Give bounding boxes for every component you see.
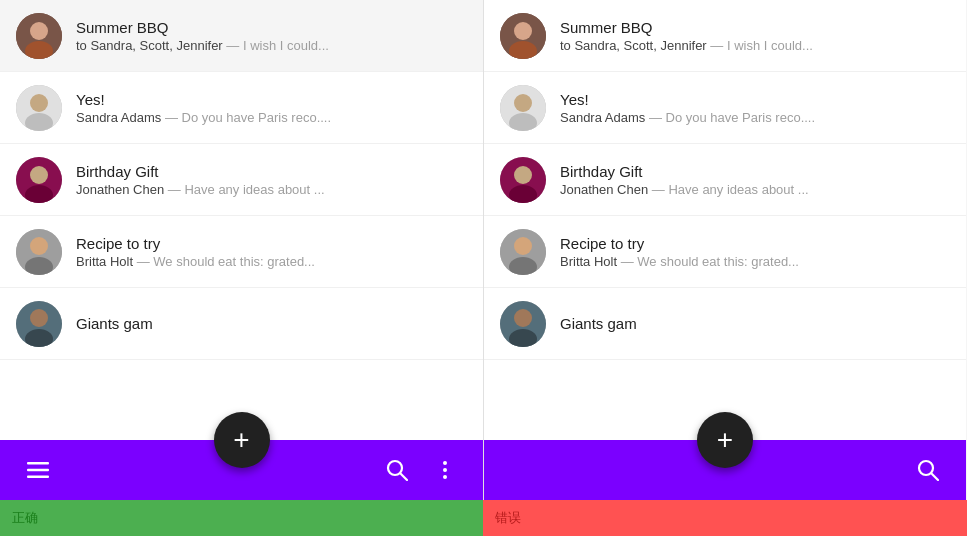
email-item-summer-bbq-right[interactable]: Summer BBQ to Sandra, Scott, Jennifer — … bbox=[484, 0, 966, 72]
email-content-birthday-right: Birthday Gift Jonathen Chen — Have any i… bbox=[560, 163, 950, 197]
email-meta-birthday-right: Jonathen Chen — Have any ideas about ... bbox=[560, 182, 950, 197]
email-preview-recipe-left: — We should eat this: grated... bbox=[137, 254, 315, 269]
email-item-yes-right[interactable]: Yes! Sandra Adams — Do you have Paris re… bbox=[484, 72, 966, 144]
svg-point-13 bbox=[30, 309, 48, 327]
avatar-yes-right bbox=[500, 85, 546, 131]
avatar-giants-right bbox=[500, 301, 546, 347]
email-list-left: Summer BBQ to Sandra, Scott, Jennifer — … bbox=[0, 0, 483, 440]
email-subject-yes-right: Yes! bbox=[560, 91, 950, 108]
email-item-recipe-right[interactable]: Recipe to try Britta Holt — We should ea… bbox=[484, 216, 966, 288]
email-subject-recipe-left: Recipe to try bbox=[76, 235, 467, 252]
email-content-recipe-right: Recipe to try Britta Holt — We should ea… bbox=[560, 235, 950, 269]
svg-line-19 bbox=[401, 474, 408, 481]
avatar-recipe-right bbox=[500, 229, 546, 275]
email-sender-birthday-right: Jonathen Chen bbox=[560, 182, 648, 197]
panel-left: Summer BBQ to Sandra, Scott, Jennifer — … bbox=[0, 0, 483, 500]
search-icon-right[interactable] bbox=[910, 452, 946, 488]
avatar-summer-bbq-right bbox=[500, 13, 546, 59]
panels-container: Summer BBQ to Sandra, Scott, Jennifer — … bbox=[0, 0, 967, 500]
email-preview-yes-left: — Do you have Paris reco.... bbox=[165, 110, 331, 125]
status-bar-left: 正确 bbox=[0, 500, 483, 536]
email-meta-birthday-left: Jonathen Chen — Have any ideas about ... bbox=[76, 182, 467, 197]
email-list-right: Summer BBQ to Sandra, Scott, Jennifer — … bbox=[484, 0, 966, 440]
svg-point-30 bbox=[514, 166, 532, 184]
svg-rect-17 bbox=[27, 476, 49, 479]
status-bars: 正确 错误 bbox=[0, 500, 967, 536]
email-content-yes-right: Yes! Sandra Adams — Do you have Paris re… bbox=[560, 91, 950, 125]
email-item-summer-bbq-left[interactable]: Summer BBQ to Sandra, Scott, Jennifer — … bbox=[0, 0, 483, 72]
svg-point-36 bbox=[514, 309, 532, 327]
email-content-giants-left: Giants gam bbox=[76, 315, 467, 332]
avatar-summer-bbq-left bbox=[16, 13, 62, 59]
email-content-summer-bbq-right: Summer BBQ to Sandra, Scott, Jennifer — … bbox=[560, 19, 950, 53]
avatar-birthday-right bbox=[500, 157, 546, 203]
avatar-recipe-left bbox=[16, 229, 62, 275]
email-subject-recipe-right: Recipe to try bbox=[560, 235, 950, 252]
nav-icons-right-left bbox=[379, 452, 463, 488]
email-preview-birthday-right: — Have any ideas about ... bbox=[652, 182, 809, 197]
email-sender-birthday-left: Jonathen Chen bbox=[76, 182, 164, 197]
menu-icon-left[interactable] bbox=[20, 452, 56, 488]
email-preview-summer-bbq-left: — I wish I could... bbox=[226, 38, 329, 53]
email-sender-recipe-left: Britta Holt bbox=[76, 254, 133, 269]
email-meta-summer-bbq-right: to Sandra, Scott, Jennifer — I wish I co… bbox=[560, 38, 950, 53]
email-meta-recipe-right: Britta Holt — We should eat this: grated… bbox=[560, 254, 950, 269]
email-meta-summer-bbq-left: to Sandra, Scott, Jennifer — I wish I co… bbox=[76, 38, 467, 53]
fab-left[interactable]: + bbox=[214, 412, 270, 468]
email-sender-yes-left: Sandra Adams bbox=[76, 110, 161, 125]
email-sender-summer-bbq-right: to Sandra, Scott, Jennifer bbox=[560, 38, 707, 53]
svg-point-22 bbox=[443, 475, 447, 479]
email-item-yes-left[interactable]: Yes! Sandra Adams — Do you have Paris re… bbox=[0, 72, 483, 144]
email-item-giants-left[interactable]: Giants gam bbox=[0, 288, 483, 360]
status-bar-right: 错误 bbox=[483, 500, 967, 536]
email-content-birthday-left: Birthday Gift Jonathen Chen — Have any i… bbox=[76, 163, 467, 197]
email-item-recipe-left[interactable]: Recipe to try Britta Holt — We should ea… bbox=[0, 216, 483, 288]
email-meta-recipe-left: Britta Holt — We should eat this: grated… bbox=[76, 254, 467, 269]
email-item-giants-right[interactable]: Giants gam bbox=[484, 288, 966, 360]
svg-line-39 bbox=[932, 474, 939, 481]
email-content-recipe-left: Recipe to try Britta Holt — We should ea… bbox=[76, 235, 467, 269]
email-item-birthday-right[interactable]: Birthday Gift Jonathen Chen — Have any i… bbox=[484, 144, 966, 216]
svg-point-24 bbox=[514, 22, 532, 40]
email-sender-recipe-right: Britta Holt bbox=[560, 254, 617, 269]
avatar-birthday-left bbox=[16, 157, 62, 203]
email-subject-summer-bbq-right: Summer BBQ bbox=[560, 19, 950, 36]
svg-point-27 bbox=[514, 94, 532, 112]
email-content-yes-left: Yes! Sandra Adams — Do you have Paris re… bbox=[76, 91, 467, 125]
email-subject-giants-right: Giants gam bbox=[560, 315, 950, 332]
email-preview-birthday-left: — Have any ideas about ... bbox=[168, 182, 325, 197]
email-content-summer-bbq-left: Summer BBQ to Sandra, Scott, Jennifer — … bbox=[76, 19, 467, 53]
panel-right: Summer BBQ to Sandra, Scott, Jennifer — … bbox=[483, 0, 966, 500]
bottom-bar-right: + bbox=[484, 440, 966, 500]
svg-rect-15 bbox=[27, 462, 49, 465]
email-preview-yes-right: — Do you have Paris reco.... bbox=[649, 110, 815, 125]
svg-point-20 bbox=[443, 461, 447, 465]
email-subject-giants-left: Giants gam bbox=[76, 315, 467, 332]
status-text-left: 正确 bbox=[12, 509, 38, 527]
bottom-bar-left: + bbox=[0, 440, 483, 500]
svg-point-1 bbox=[30, 22, 48, 40]
email-meta-yes-right: Sandra Adams — Do you have Paris reco...… bbox=[560, 110, 950, 125]
email-sender-summer-bbq-left: to Sandra, Scott, Jennifer bbox=[76, 38, 223, 53]
svg-point-10 bbox=[30, 237, 48, 255]
email-subject-yes-left: Yes! bbox=[76, 91, 467, 108]
svg-point-7 bbox=[30, 166, 48, 184]
avatar-giants-left bbox=[16, 301, 62, 347]
email-item-birthday-left[interactable]: Birthday Gift Jonathen Chen — Have any i… bbox=[0, 144, 483, 216]
email-preview-summer-bbq-right: — I wish I could... bbox=[710, 38, 813, 53]
svg-point-33 bbox=[514, 237, 532, 255]
email-subject-birthday-right: Birthday Gift bbox=[560, 163, 950, 180]
email-subject-summer-bbq-left: Summer BBQ bbox=[76, 19, 467, 36]
avatar-yes-left bbox=[16, 85, 62, 131]
status-text-right: 错误 bbox=[495, 509, 521, 527]
svg-point-21 bbox=[443, 468, 447, 472]
search-icon-left[interactable] bbox=[379, 452, 415, 488]
svg-point-4 bbox=[30, 94, 48, 112]
more-icon-left[interactable] bbox=[427, 452, 463, 488]
email-content-giants-right: Giants gam bbox=[560, 315, 950, 332]
email-meta-yes-left: Sandra Adams — Do you have Paris reco...… bbox=[76, 110, 467, 125]
email-preview-recipe-right: — We should eat this: grated... bbox=[621, 254, 799, 269]
fab-right[interactable]: + bbox=[697, 412, 753, 468]
email-sender-yes-right: Sandra Adams bbox=[560, 110, 645, 125]
email-subject-birthday-left: Birthday Gift bbox=[76, 163, 467, 180]
